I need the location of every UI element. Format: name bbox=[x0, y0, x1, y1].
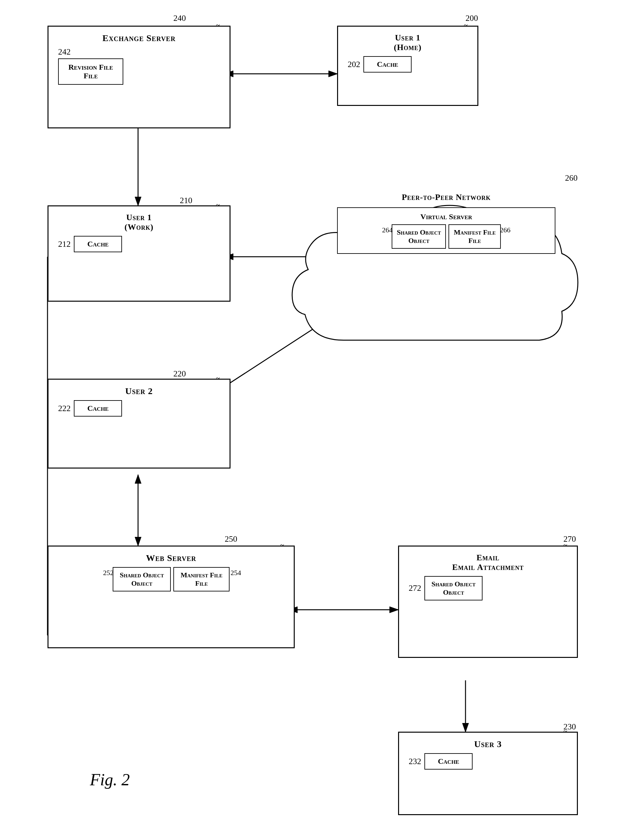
revision-file-label2: File bbox=[84, 72, 98, 80]
user1-work-box: ~ User 1 (Work) 212 Cache bbox=[47, 205, 230, 302]
revision-file-box: Revision File File bbox=[58, 58, 123, 85]
web-shared-object-box: Shared Object Object bbox=[113, 567, 171, 591]
email-shared-object-box: Shared Object Object bbox=[424, 576, 483, 601]
web-server-box: ~ Web Server 252 Shared Object Object 25… bbox=[47, 546, 295, 648]
squiggle-exchange: ~ bbox=[216, 21, 220, 29]
user2-box: ~ User 2 222 Cache bbox=[47, 379, 230, 468]
ref-250: 250 bbox=[225, 534, 237, 544]
user1-work-cache-label: Cache bbox=[88, 240, 108, 248]
user2-cache-label: Cache bbox=[88, 404, 108, 412]
user1-home-box: ~ User 1 (Home) 202 Cache bbox=[337, 26, 478, 106]
user2-cache-box: Cache bbox=[74, 400, 122, 417]
ref-252: 252 bbox=[103, 569, 114, 577]
user1-home-cache-label: Cache bbox=[377, 60, 398, 69]
ref-272: 272 bbox=[409, 584, 421, 593]
squiggle-user1work: ~ bbox=[216, 201, 220, 209]
user1-work-cache-box: Cache bbox=[74, 236, 122, 252]
user3-cache-box: Cache bbox=[424, 753, 472, 769]
peer-network-cloud: Peer-to-Peer Network Virtual Server 264 … bbox=[286, 173, 581, 359]
virtual-shared-object-box: Shared Object Object bbox=[392, 224, 446, 249]
ref-264: 264 bbox=[382, 226, 392, 234]
ref-220: 220 bbox=[174, 369, 186, 379]
user1-home-title: User 1 (Home) bbox=[348, 33, 468, 52]
user3-title: User 3 bbox=[409, 739, 567, 749]
ref-200: 200 bbox=[466, 14, 478, 23]
peer-network-title: Peer-to-Peer Network bbox=[337, 192, 555, 202]
virtual-manifest-file-box: Manifest File File bbox=[449, 224, 501, 249]
ref-266: 266 bbox=[500, 226, 510, 234]
ref-260: 260 bbox=[565, 173, 578, 183]
ref-240: 240 bbox=[174, 14, 186, 23]
squiggle-user2: ~ bbox=[216, 374, 220, 382]
ref-202: 202 bbox=[348, 60, 360, 69]
exchange-server-title: Exchange Server bbox=[58, 33, 220, 43]
fig-label: Fig. 2 bbox=[90, 770, 130, 789]
ref-222: 222 bbox=[58, 404, 70, 414]
ref-242: 242 bbox=[58, 47, 70, 57]
user1-home-cache-box: Cache bbox=[363, 56, 411, 73]
exchange-server-box: ~ Exchange Server 242 Revision File File bbox=[47, 26, 230, 128]
user3-box: ~ User 3 232 Cache bbox=[398, 732, 578, 815]
ref-270: 270 bbox=[563, 534, 576, 544]
email-attachment-box: ~ Email Email Attachment 272 Shared Obje… bbox=[398, 546, 578, 658]
ref-232: 232 bbox=[409, 757, 421, 766]
ref-210: 210 bbox=[180, 196, 192, 205]
user3-cache-label: Cache bbox=[438, 757, 459, 765]
user2-title: User 2 bbox=[58, 386, 220, 396]
web-manifest-file-box: Manifest File File bbox=[174, 567, 230, 591]
revision-file-label: Revision File bbox=[69, 63, 113, 71]
virtual-server-title: Virtual Server bbox=[344, 212, 548, 221]
web-server-title: Web Server bbox=[58, 553, 284, 563]
user1-work-title: User 1 (Work) bbox=[58, 213, 220, 232]
ref-212: 212 bbox=[58, 239, 70, 249]
email-attachment-title: Email Email Attachment bbox=[409, 553, 567, 572]
ref-254: 254 bbox=[230, 569, 241, 577]
squiggle-webserver: ~ bbox=[280, 541, 284, 549]
ref-230: 230 bbox=[563, 722, 576, 732]
